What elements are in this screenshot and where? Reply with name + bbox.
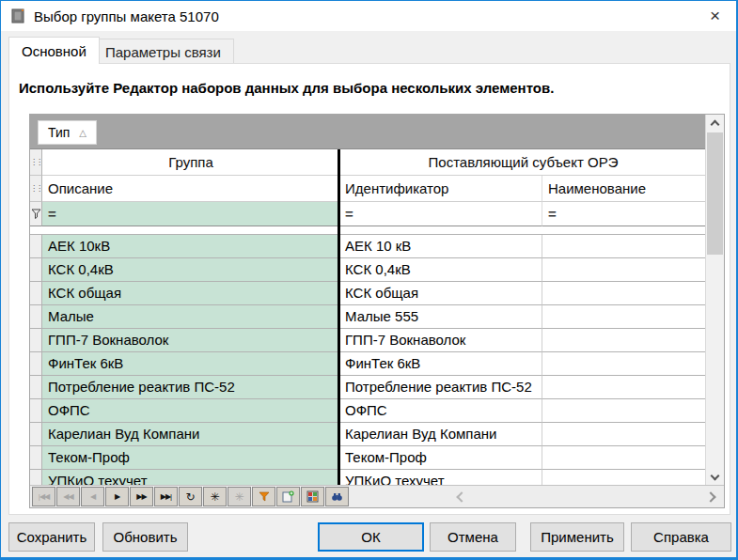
scrollbar-thumb[interactable] [707,132,723,255]
cell-name[interactable] [542,235,705,258]
cell-identifier[interactable]: ГПП-7 Вокнаволок [339,329,542,352]
nav-prev-button[interactable]: ◀ [81,487,104,506]
column-header-row: ⋮⋮ Описание Идентификатор Наименование [30,176,706,202]
table-row[interactable]: Карелиан Вуд Компани Карелиан Вуд Компан… [30,423,705,446]
band-supplier[interactable]: Поставляющий субъект ОРЭ [340,149,706,176]
band-separator [338,149,340,485]
table-row[interactable]: КСК общая КСК общая [30,282,705,305]
nav-layout-button[interactable] [301,487,324,506]
nav-last-button[interactable]: ▶▶| [154,487,178,506]
cell-identifier[interactable]: АЕК 10 кВ [339,235,542,258]
table-row[interactable]: ГПП-7 Вокнаволок ГПП-7 Вокнаволок [30,329,705,352]
group-chip-type[interactable]: Тип △ [38,120,97,145]
cancel-button[interactable]: Отмена [430,522,516,552]
header-dots-icon: ⋮⋮ [30,185,41,193]
cell-identifier[interactable]: ОФПС [339,399,542,423]
table-row[interactable]: УПКиО техучет УПКиО техучет [30,470,705,485]
column-indicator-cell: ⋮⋮ [30,176,42,202]
scroll-down-button[interactable] [706,469,724,485]
cell-description[interactable]: ОФПС [42,399,339,423]
band-indicator-cell: ⋮⋮ [30,149,42,176]
band-header-row: ⋮⋮ Группа Поставляющий субъект ОРЭ [30,149,706,176]
instruction-text: Используйте Редактор наборов данных для … [19,80,554,96]
chevron-down-icon [711,471,720,480]
table-row[interactable]: Потребление реактив ПС-52 Потребление ре… [30,376,705,399]
cell-name[interactable] [542,470,705,485]
vertical-scrollbar[interactable] [705,115,724,485]
nav-append-special-button[interactable]: ✳ [228,487,251,506]
filter-identifier[interactable]: = [339,202,542,226]
cell-name[interactable] [542,446,705,470]
cell-description[interactable]: УПКиО техучет [42,470,339,485]
nav-first-button[interactable]: |◀◀ [32,487,55,506]
cell-name[interactable] [542,376,705,399]
find-icon [331,490,343,503]
sort-ascending-icon: △ [79,128,86,138]
save-button[interactable]: Сохранить [8,522,95,552]
column-description[interactable]: Описание [42,176,339,202]
scroll-up-button[interactable] [706,115,724,131]
group-by-panel[interactable]: Тип △ [30,115,705,149]
cell-identifier[interactable]: УПКиО техучет [339,470,542,485]
table-row[interactable]: ФинТек 6кВ ФинТек 6кВ [30,352,705,376]
cell-description[interactable]: КСК общая [42,282,339,305]
nav-add-dataset-button[interactable] [276,487,300,506]
nav-refresh-button[interactable]: ↻ [179,487,202,506]
hscroll-left-icon[interactable] [456,491,466,502]
cell-description[interactable]: Теком-Проф [42,446,339,470]
add-dataset-icon [282,490,294,503]
table-row[interactable]: АЕК 10кВ АЕК 10 кВ [30,235,705,258]
cell-description[interactable]: Карелиан Вуд Компани [42,423,339,446]
cell-identifier[interactable]: Теком-Проф [339,446,542,470]
cell-description[interactable]: Малые [42,305,339,329]
filter-name[interactable]: = [542,202,706,226]
data-grid: Тип △ ⋮⋮ Группа Поставляющий субъект ОРЭ… [29,114,725,508]
tab-main[interactable]: Основной [8,37,100,64]
nav-prev-page-button[interactable]: ◀◀ [56,487,80,506]
cell-name[interactable] [542,399,705,423]
cell-identifier[interactable]: Малые 555 [339,305,542,329]
cell-name[interactable] [542,305,705,329]
group-chip-label: Тип [48,125,70,140]
cell-identifier[interactable]: ФинТек 6кВ [339,352,542,376]
ok-button[interactable]: ОК [318,522,424,552]
cell-description[interactable]: Потребление реактив ПС-52 [42,376,339,399]
refresh-button[interactable]: Обновить [102,522,188,552]
cell-description[interactable]: ГПП-7 Вокнаволок [42,329,339,352]
title-bar: Выбор группы макета 51070 × [1,1,736,31]
apply-button[interactable]: Применить [530,522,624,552]
tab-link-params[interactable]: Параметры связи [92,39,234,64]
data-navigator: |◀◀ ◀◀ ◀ ▶ ▶▶ ▶▶| ↻ ✳ ✳ [30,485,724,507]
cell-description[interactable]: АЕК 10кВ [42,235,339,258]
cell-name[interactable] [542,423,705,446]
nav-next-button[interactable]: ▶ [105,487,129,506]
close-button[interactable]: × [694,1,736,30]
cell-name[interactable] [542,329,705,352]
column-identifier[interactable]: Идентификатор [339,176,542,202]
tab-page: Используйте Редактор наборов данных для … [8,63,730,515]
hscroll-right-icon[interactable] [705,491,715,502]
cell-name[interactable] [542,258,705,282]
nav-append-button[interactable]: ✳ [203,487,227,506]
band-group[interactable]: Группа [42,149,339,176]
table-row[interactable]: ОФПС ОФПС [30,399,705,423]
cell-identifier[interactable]: КСК 0,4кВ [339,258,542,282]
cell-description[interactable]: ФинТек 6кВ [42,352,339,376]
table-row[interactable]: Теком-Проф Теком-Проф [30,446,705,470]
cell-name[interactable] [542,352,705,376]
nav-next-page-button[interactable]: ▶▶ [130,487,153,506]
filter-description[interactable]: = [42,202,339,226]
table-row[interactable]: КСК 0,4кВ КСК 0,4кВ [30,258,705,282]
new-row-spacer [30,226,706,235]
cell-identifier[interactable]: КСК общая [339,282,542,305]
cell-description[interactable]: КСК 0,4кВ [42,258,339,282]
nav-filter-button[interactable] [252,487,275,506]
column-name[interactable]: Наименование [542,176,706,202]
filter-icon [259,491,270,503]
table-row[interactable]: Малые Малые 555 [30,305,705,329]
nav-find-button[interactable] [325,487,349,506]
cell-identifier[interactable]: Карелиан Вуд Компани [339,423,542,446]
cell-name[interactable] [542,282,705,305]
cell-identifier[interactable]: Потребление реактив ПС-52 [339,376,542,399]
help-button[interactable]: Справка [631,522,731,552]
